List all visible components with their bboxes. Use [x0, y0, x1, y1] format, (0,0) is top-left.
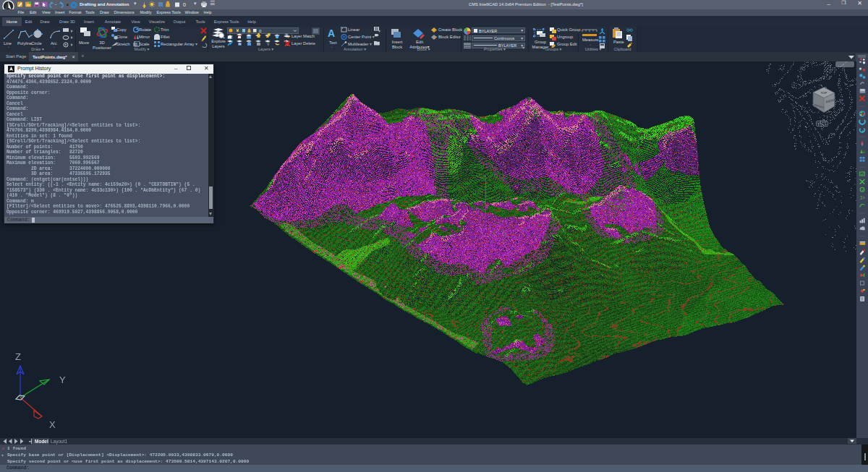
svg-text:TOP: TOP: [821, 91, 827, 95]
svg-text:Y: Y: [59, 374, 66, 385]
svg-text:Z: Z: [15, 351, 21, 362]
svg-text:X: X: [49, 419, 56, 430]
svg-text:0: 0: [183, 2, 186, 7]
svg-text:3: 3: [860, 195, 863, 200]
